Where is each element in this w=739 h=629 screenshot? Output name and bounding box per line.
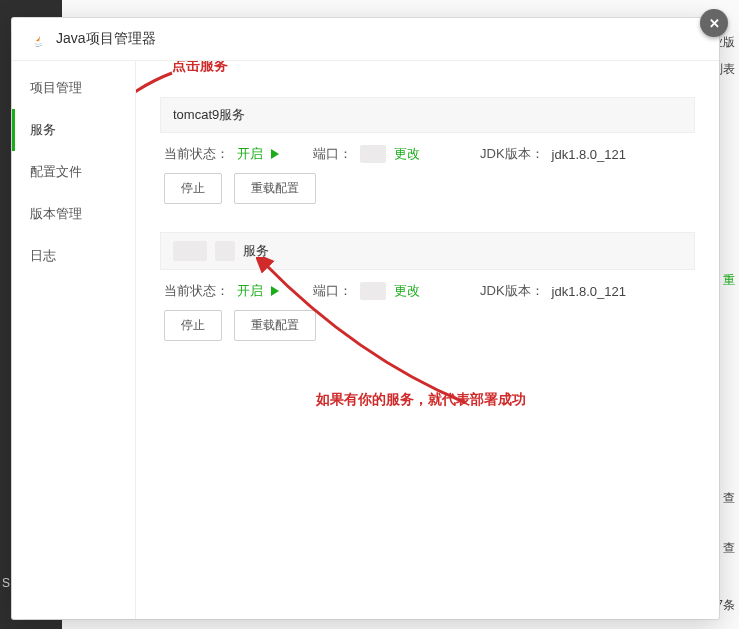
service-name: tomcat9服务 — [173, 106, 245, 124]
port-change-link[interactable]: 更改 — [394, 282, 420, 300]
bg-text-cha2: 查 — [723, 540, 735, 557]
stop-button[interactable]: 停止 — [164, 310, 222, 341]
close-icon: ✕ — [709, 16, 720, 31]
service-name-blurred — [173, 241, 207, 261]
service-button-row: 停止 重载配置 — [160, 310, 695, 341]
bg-text-s: S — [2, 576, 10, 590]
bg-text-green: 重 — [723, 272, 735, 289]
service-button-row: 停止 重载配置 — [160, 173, 695, 204]
service-card: tomcat9服务 当前状态： 开启 端口： 更改 JDK版本： jdk1.8.… — [160, 97, 695, 204]
port-label: 端口： — [313, 282, 352, 300]
modal-header: Java项目管理器 — [12, 18, 719, 61]
modal-body: 项目管理 服务 配置文件 版本管理 日志 点击服务 — [12, 61, 719, 619]
status-label: 当前状态： — [164, 145, 229, 163]
service-status-row: 当前状态： 开启 端口： 更改 JDK版本： jdk1.8.0_121 — [160, 270, 695, 310]
status-label: 当前状态： — [164, 282, 229, 300]
content-area: 点击服务 tomcat9服务 当前状态： 开启 端口： 更改 — [136, 61, 719, 619]
jdk-label: JDK版本： — [480, 145, 544, 163]
sidebar-item-label: 版本管理 — [30, 206, 82, 221]
sidebar-item-service[interactable]: 服务 — [12, 109, 135, 151]
port-label: 端口： — [313, 145, 352, 163]
running-icon — [271, 149, 279, 159]
service-name-bar: tomcat9服务 — [160, 97, 695, 133]
annotation-click-service: 点击服务 — [172, 61, 228, 75]
jdk-label: JDK版本： — [480, 282, 544, 300]
close-button[interactable]: ✕ — [700, 9, 728, 37]
service-name-bar: 服务 — [160, 232, 695, 270]
service-name: 服务 — [243, 242, 269, 260]
java-project-manager-modal: Java项目管理器 ✕ 项目管理 服务 配置文件 版本管理 日志 点击服务 — [12, 18, 719, 619]
sidebar-item-label: 配置文件 — [30, 164, 82, 179]
reload-config-button[interactable]: 重载配置 — [234, 173, 316, 204]
sidebar-item-label: 日志 — [30, 248, 56, 263]
port-change-link[interactable]: 更改 — [394, 145, 420, 163]
bg-text-cha1: 查 — [723, 490, 735, 507]
sidebar-item-project[interactable]: 项目管理 — [12, 67, 135, 109]
annotation-deploy-success: 如果有你的服务，就代表部署成功 — [316, 391, 526, 409]
sidebar-item-version[interactable]: 版本管理 — [12, 193, 135, 235]
jdk-value: jdk1.8.0_121 — [552, 147, 626, 162]
service-card: 服务 当前状态： 开启 端口： 更改 JDK版本： jdk1.8.0_121 停… — [160, 232, 695, 341]
reload-config-button[interactable]: 重载配置 — [234, 310, 316, 341]
sidebar: 项目管理 服务 配置文件 版本管理 日志 — [12, 61, 136, 619]
port-value-blurred — [360, 145, 386, 163]
status-value: 开启 — [237, 145, 263, 163]
sidebar-item-label: 项目管理 — [30, 80, 82, 95]
jdk-value: jdk1.8.0_121 — [552, 284, 626, 299]
service-status-row: 当前状态： 开启 端口： 更改 JDK版本： jdk1.8.0_121 — [160, 133, 695, 173]
sidebar-item-label: 服务 — [30, 122, 56, 137]
running-icon — [271, 286, 279, 296]
port-value-blurred — [360, 282, 386, 300]
sidebar-item-logs[interactable]: 日志 — [12, 235, 135, 277]
service-name-blurred — [215, 241, 235, 261]
sidebar-item-config[interactable]: 配置文件 — [12, 151, 135, 193]
status-value: 开启 — [237, 282, 263, 300]
java-icon — [30, 30, 48, 48]
stop-button[interactable]: 停止 — [164, 173, 222, 204]
modal-title: Java项目管理器 — [56, 30, 156, 48]
